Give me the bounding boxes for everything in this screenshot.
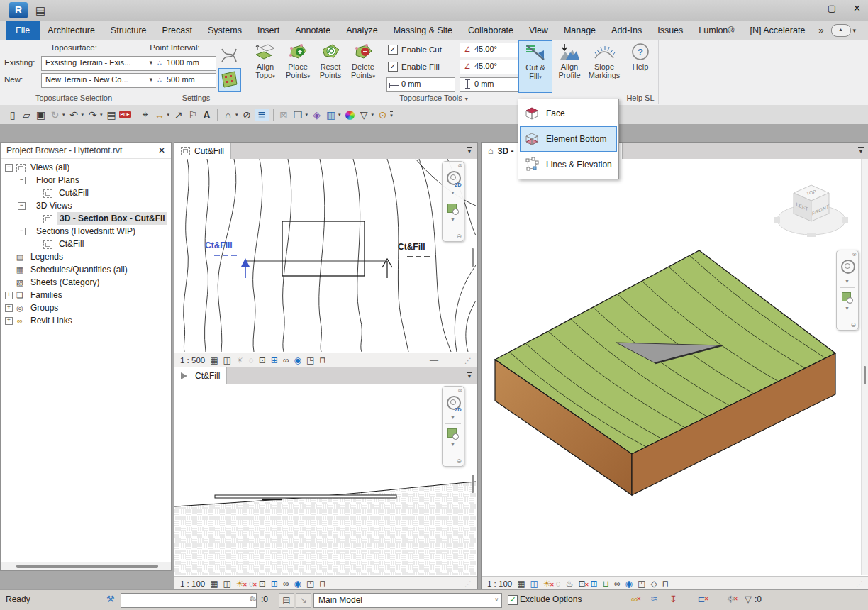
chevron-down-icon[interactable]: ▾	[372, 112, 374, 118]
chevron-down-icon[interactable]: ▾	[167, 112, 170, 118]
render-icon[interactable]: ♨	[566, 579, 574, 589]
cut-fill-button[interactable]: Cut & Fill▾	[518, 40, 552, 93]
chevron-down-icon[interactable]: ▼	[450, 415, 455, 420]
tab-precast[interactable]: Precast	[155, 21, 200, 40]
minimize-navbar-icon[interactable]: ⊖	[850, 321, 856, 328]
exclude-options-checkbox[interactable]: ✓	[508, 595, 518, 605]
undo-icon[interactable]: ↶	[67, 109, 81, 121]
place-points-button[interactable]: Place Points▾	[282, 40, 313, 92]
select-pinned-elements-icon[interactable]: ↧	[669, 594, 677, 605]
chevron-down-icon[interactable]: ▾	[82, 112, 84, 118]
section-view-tab[interactable]: Ct&Fill	[174, 367, 227, 384]
scrollbar-thumb[interactable]	[16, 565, 158, 568]
close-icon[interactable]: ⊗	[852, 251, 857, 257]
customize-qat-icon[interactable]: ▾	[390, 111, 393, 118]
worksets-select[interactable]: ∨	[121, 593, 257, 608]
color-wheel-icon[interactable]	[343, 109, 357, 121]
zoom-icon[interactable]	[447, 428, 457, 438]
chevron-down-icon[interactable]: ▼	[450, 217, 455, 222]
reveal-hidden-elements-icon[interactable]: ∞	[283, 579, 289, 589]
resize-grip-icon[interactable]: ⋰	[856, 580, 863, 588]
tree-item-cutfill-plan[interactable]: Cut&Fill	[1, 187, 171, 199]
scale-button[interactable]: 1 : 500	[180, 356, 205, 365]
view-cube[interactable]: TOP LEFT FRONT	[769, 173, 854, 244]
reveal-hidden-elements-icon[interactable]: ∞	[614, 579, 621, 589]
ribbon-state-caret-icon[interactable]: ▾	[853, 21, 857, 40]
detail-level-icon[interactable]: ◫	[530, 579, 538, 589]
close-icon[interactable]: ⊗	[457, 387, 462, 394]
close-hidden-windows-icon[interactable]: ⊠	[277, 109, 291, 121]
document-icon[interactable]: ▤	[35, 4, 45, 17]
chevron-down-icon[interactable]: ▾	[235, 112, 238, 118]
crop-region-visibility-icon[interactable]: ⊞	[271, 355, 278, 365]
chevron-down-icon[interactable]: ▾	[100, 112, 103, 118]
scrollbar-thumb[interactable]	[864, 366, 866, 384]
tab-overflow-icon[interactable]: »	[818, 21, 823, 40]
tree-item-revit-links[interactable]: + ∞ Revit Links	[1, 314, 171, 327]
section-tag-left[interactable]: Ct&Fill	[205, 240, 233, 250]
view-tab-menu-icon[interactable]: ▼	[858, 147, 864, 155]
scrollbar-dash[interactable]: —	[430, 355, 438, 365]
reveal-hidden-elements-icon[interactable]: ∞	[283, 355, 289, 365]
sun-path-icon[interactable]: ☀	[236, 579, 244, 589]
select-links-icon[interactable]: ∞	[631, 594, 638, 604]
tab-annotate[interactable]: Annotate	[287, 21, 338, 40]
visual-style-icon[interactable]: ▦	[210, 355, 218, 365]
plan-view-canvas[interactable]: Ct&Fill Ct&Fill ⊗ 2D ▼ ▼	[174, 159, 477, 352]
reset-points-button[interactable]: Reset Points	[315, 40, 346, 92]
point-interval-secondary-field[interactable]: ∴500 mm	[152, 73, 216, 88]
visual-style-icon[interactable]: ▦	[210, 579, 218, 589]
close-button[interactable]: ✕	[853, 3, 861, 13]
tab-architecture[interactable]: Architecture	[40, 21, 103, 40]
align-topo-button[interactable]: Align Topo▾	[250, 40, 281, 92]
revit-logo-icon[interactable]: R	[9, 2, 28, 18]
reveal-constraints-icon[interactable]: ⊓	[319, 355, 326, 365]
worksharing-display-icon[interactable]: ◳	[638, 579, 645, 589]
project-browser-header[interactable]: Project Browser - Hyttetomt.rvt ✕	[1, 143, 171, 159]
temporary-hide-isolate-icon[interactable]: ◉	[625, 579, 633, 589]
tab-collaborate[interactable]: Collaborate	[460, 21, 521, 40]
chevron-down-icon[interactable]: ▼	[845, 306, 850, 311]
close-icon[interactable]: ⊗	[457, 162, 462, 169]
worksets-icon[interactable]: ⚒	[106, 594, 115, 605]
shadows-icon[interactable]: ◌	[249, 355, 254, 365]
horizontal-scrollbar[interactable]	[1, 562, 171, 570]
chevron-down-icon[interactable]: ▼	[450, 442, 455, 447]
select-elements-by-face-icon[interactable]: ⊏	[698, 594, 706, 604]
enable-fill-checkbox[interactable]: ✓ Enable Fill	[388, 62, 440, 72]
design-options-pick-icon[interactable]: ↘	[296, 593, 311, 608]
tab-issues[interactable]: Issues	[650, 21, 691, 40]
tag-icon[interactable]: ⚐	[186, 109, 199, 121]
collapse-icon[interactable]: −	[18, 177, 26, 184]
tree-item-3d-section-box[interactable]: 3D - Section Box - Cut&Fil	[1, 212, 171, 225]
export-pdf-icon[interactable]: PDF	[119, 111, 131, 118]
crop-view-icon[interactable]: ⊡	[579, 579, 586, 589]
chevron-down-icon[interactable]: ▼	[845, 279, 850, 284]
tree-item-floor-plans[interactable]: − Floor Plans	[1, 174, 171, 187]
displaced-elements-icon[interactable]: ◇	[650, 579, 657, 589]
aligned-dimension-icon[interactable]: ↔	[153, 109, 167, 121]
points-from-surface-button[interactable]	[218, 68, 241, 92]
sun-settings-icon[interactable]: ⊙	[376, 109, 389, 121]
tree-item-legends[interactable]: ▤ Legends	[1, 250, 171, 263]
chevron-down-icon[interactable]: ▼	[450, 190, 455, 195]
collapse-icon[interactable]: −	[18, 202, 26, 210]
simplify-surface-button[interactable]	[218, 44, 241, 68]
temporary-hide-isolate-icon[interactable]: ◉	[294, 355, 301, 365]
scale-button[interactable]: 1 : 100	[487, 580, 512, 588]
open-icon[interactable]: ▱	[20, 109, 33, 121]
delete-points-button[interactable]: Delete Points▾	[347, 40, 379, 92]
cut-offset-field[interactable]: 0 mm	[386, 77, 455, 92]
vertical-scrollbar[interactable]	[861, 159, 868, 575]
tab-accelerate[interactable]: [N] Accelerate	[742, 21, 813, 40]
print-icon[interactable]: ▤	[105, 109, 118, 121]
tree-item-groups[interactable]: + ◎ Groups	[1, 301, 171, 314]
zoom-icon[interactable]	[447, 204, 457, 213]
enable-cut-checkbox[interactable]: ✓ Enable Cut	[388, 45, 442, 55]
crop-view-icon[interactable]: ⊡	[259, 579, 266, 589]
expand-icon[interactable]: +	[5, 304, 13, 312]
align-profile-button[interactable]: Align Profile	[554, 40, 585, 92]
three-d-view-canvas[interactable]: TOP LEFT FRONT ⊗ ▼ ▼ ⊖	[482, 159, 868, 575]
detail-level-icon[interactable]: ◫	[223, 579, 231, 589]
existing-terrain-select[interactable]: Exsisting Terrain - Exis...▼	[41, 56, 157, 71]
